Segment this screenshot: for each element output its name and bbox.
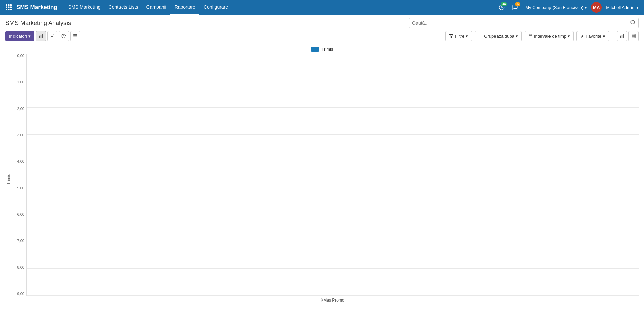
y-axis-label: Trimis	[5, 54, 12, 305]
svg-line-11	[634, 23, 635, 24]
nav-campanii[interactable]: Campanii	[142, 0, 170, 15]
svg-rect-0	[6, 4, 7, 6]
nav-raportare[interactable]: Raportare	[170, 0, 199, 15]
svg-rect-15	[73, 34, 77, 35]
user-name: Mitchell Admin	[606, 5, 634, 10]
main-nav-menu: SMS Marketing Contacts Lists Campanii Ra…	[64, 0, 495, 15]
clock-badge: 34	[501, 2, 507, 6]
svg-rect-29	[623, 34, 624, 38]
intervale-chevron: ▾	[568, 34, 570, 39]
y-tick: 1,00	[17, 80, 26, 84]
svg-rect-27	[620, 36, 621, 38]
y-tick: 9,00	[17, 292, 26, 296]
top-navbar: SMS Marketing SMS Marketing Contacts Lis…	[0, 0, 644, 15]
company-name: My Company (San Francisco)	[525, 5, 583, 10]
subheader: SMS Marketing Analysis	[0, 15, 644, 30]
y-tick: 4,00	[17, 159, 26, 163]
intervale-button[interactable]: Intervale de timp ▾	[525, 31, 574, 41]
svg-rect-1	[8, 4, 10, 6]
nav-configurare[interactable]: Configurare	[199, 0, 232, 15]
y-tick: 0,00	[17, 54, 26, 58]
favorite-label: Favorite	[586, 34, 601, 39]
grupeaza-button[interactable]: Grupează după ▾	[475, 31, 522, 41]
bars-row	[27, 54, 639, 287]
app-brand: SMS Marketing	[16, 4, 57, 11]
user-chevron: ▾	[636, 5, 639, 10]
svg-rect-8	[10, 9, 12, 10]
x-label: XMas Promo	[26, 298, 639, 303]
company-chevron: ▾	[585, 5, 587, 10]
chart-bars-area	[26, 54, 639, 296]
nav-sms-marketing[interactable]: SMS Marketing	[64, 0, 105, 15]
svg-rect-6	[6, 9, 7, 10]
svg-rect-20	[479, 35, 482, 35]
chart-wrapper: Trimis Trimis 9,008,007,006,005,004,003,…	[0, 44, 644, 313]
user-menu[interactable]: Mitchell Admin ▾	[603, 5, 641, 10]
svg-rect-21	[479, 36, 482, 36]
topnav-right-section: 34 6 My Company (San Francisco) ▾ MA Mit…	[495, 1, 641, 14]
indicatori-chevron: ▾	[28, 34, 31, 39]
grupeaza-chevron: ▾	[516, 34, 518, 39]
avatar: MA	[591, 2, 602, 13]
svg-point-10	[631, 20, 635, 24]
pie-chart-view-btn[interactable]	[59, 31, 69, 41]
table-view-right-btn[interactable]	[628, 31, 639, 41]
toolbar: Indicatori ▾	[0, 30, 644, 44]
line-chart-view-btn[interactable]	[47, 31, 57, 41]
svg-rect-30	[632, 34, 636, 38]
company-selector[interactable]: My Company (San Francisco) ▾	[522, 5, 590, 10]
svg-rect-12	[39, 36, 40, 38]
x-axis: XMas Promo	[12, 296, 639, 305]
filtre-label: Filtre	[455, 34, 464, 39]
search-input[interactable]	[412, 20, 630, 26]
chart-view-right-btn[interactable]	[617, 31, 627, 41]
favorite-button[interactable]: ★ Favorite ▾	[576, 31, 609, 41]
filtre-chevron: ▾	[466, 34, 468, 39]
svg-rect-7	[8, 9, 10, 10]
indicatori-button[interactable]: Indicatori ▾	[5, 31, 34, 41]
apps-menu-button[interactable]	[3, 1, 15, 14]
legend-label: Trimis	[322, 47, 333, 52]
search-bar	[409, 18, 639, 28]
intervale-label: Intervale de timp	[534, 34, 566, 39]
y-ticks: 9,008,007,006,005,004,003,002,001,000,00	[12, 54, 26, 296]
bar-chart-view-btn[interactable]	[36, 31, 46, 41]
star-icon: ★	[580, 34, 584, 39]
svg-rect-18	[73, 38, 77, 38]
svg-rect-2	[10, 4, 12, 6]
chart-plot-area: 9,008,007,006,005,004,003,002,001,000,00	[12, 54, 639, 296]
main-content: SMS Marketing Analysis Indicatori ▾	[0, 15, 644, 313]
page-title: SMS Marketing Analysis	[5, 20, 71, 27]
y-tick: 5,00	[17, 186, 26, 190]
svg-rect-17	[73, 37, 77, 37]
list-view-btn[interactable]	[70, 31, 80, 41]
chart-inner: 9,008,007,006,005,004,003,002,001,000,00…	[12, 54, 639, 305]
svg-rect-14	[42, 34, 43, 38]
svg-rect-4	[8, 7, 10, 8]
legend-color-box	[311, 47, 319, 52]
nav-contacts-lists[interactable]: Contacts Lists	[105, 0, 142, 15]
svg-rect-28	[622, 35, 622, 38]
svg-rect-22	[479, 37, 481, 37]
grid-line	[27, 295, 639, 296]
favorite-chevron: ▾	[603, 34, 605, 39]
chart-legend: Trimis	[5, 47, 639, 52]
y-tick: 2,00	[17, 107, 26, 111]
y-tick: 6,00	[17, 212, 26, 216]
filtre-button[interactable]: Filtre ▾	[445, 31, 472, 41]
y-tick: 8,00	[17, 265, 26, 269]
y-tick: 3,00	[17, 133, 26, 137]
svg-marker-19	[449, 34, 453, 38]
y-tick: 7,00	[17, 239, 26, 243]
messages-button[interactable]: 6	[509, 1, 521, 14]
clock-button[interactable]: 34	[495, 1, 508, 14]
indicatori-label: Indicatori	[9, 34, 27, 39]
svg-rect-16	[73, 35, 77, 36]
message-badge: 6	[515, 2, 520, 6]
x-labels: XMas Promo	[26, 296, 639, 305]
grupeaza-label: Grupează după	[484, 34, 514, 39]
svg-rect-3	[6, 7, 7, 8]
svg-rect-5	[10, 7, 12, 8]
svg-rect-23	[529, 35, 532, 38]
toolbar-right: Filtre ▾ Grupează după ▾ Intervale de ti…	[445, 31, 639, 41]
